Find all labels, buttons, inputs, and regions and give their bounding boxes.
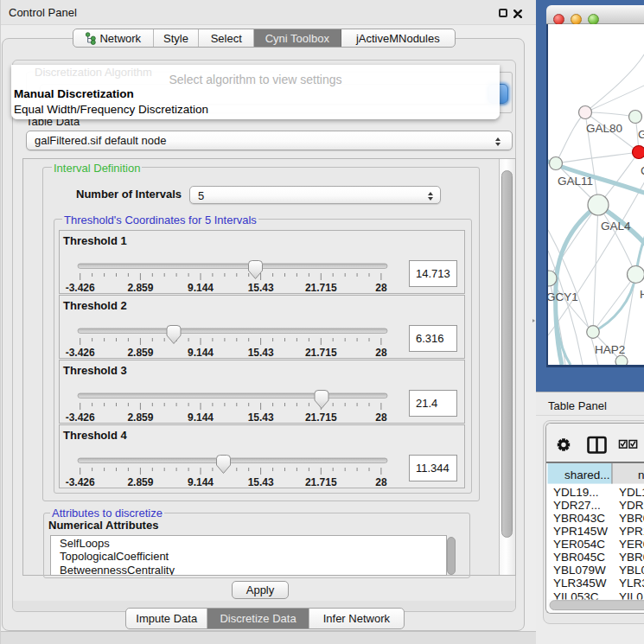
svg-text:21.715: 21.715 xyxy=(305,475,337,488)
svg-text:n: n xyxy=(638,469,644,481)
svg-text:9.144: 9.144 xyxy=(188,281,214,293)
svg-text:21.715: 21.715 xyxy=(305,411,337,423)
svg-text:2.859: 2.859 xyxy=(127,346,153,358)
svg-text:YBL0: YBL0 xyxy=(619,564,644,577)
svg-text:28: 28 xyxy=(375,281,387,293)
svg-text:YBL079W: YBL079W xyxy=(553,564,606,577)
svg-text:YER054C: YER054C xyxy=(553,538,605,551)
svg-text:28: 28 xyxy=(375,475,387,488)
svg-text:15.43: 15.43 xyxy=(248,475,274,488)
svg-text:-3.426: -3.426 xyxy=(66,411,95,423)
svg-text:9.144: 9.144 xyxy=(188,346,214,358)
svg-text:GAL: GAL xyxy=(638,128,644,141)
svg-text:GCY1: GCY1 xyxy=(548,290,578,303)
svg-text:9.144: 9.144 xyxy=(188,475,214,488)
svg-text:2.859: 2.859 xyxy=(127,475,153,488)
svg-text:YER0: YER0 xyxy=(619,538,644,551)
svg-text:C: C xyxy=(641,164,644,177)
svg-text:GAL4: GAL4 xyxy=(601,220,631,233)
svg-text:YPR145W: YPR145W xyxy=(553,525,608,538)
svg-text:YBR0: YBR0 xyxy=(619,512,644,525)
svg-text:YDR27...: YDR27... xyxy=(553,499,601,512)
svg-text:HIS: HIS xyxy=(640,288,644,301)
svg-text:YPR1: YPR1 xyxy=(619,525,644,538)
svg-text:15.43: 15.43 xyxy=(248,346,274,358)
svg-text:21.715: 21.715 xyxy=(305,346,337,358)
svg-text:YLR3: YLR3 xyxy=(619,577,644,590)
svg-text:YLR345W: YLR345W xyxy=(553,577,607,590)
svg-text:YDR2: YDR2 xyxy=(619,499,644,512)
svg-text:-3.426: -3.426 xyxy=(66,281,95,293)
svg-text:15.43: 15.43 xyxy=(248,411,274,423)
svg-text:28: 28 xyxy=(375,346,387,358)
svg-text:-3.426: -3.426 xyxy=(66,346,95,358)
svg-text:2.859: 2.859 xyxy=(127,411,153,423)
svg-text:YBR045C: YBR045C xyxy=(553,551,605,564)
svg-text:shared...: shared... xyxy=(564,469,610,481)
svg-text:GAL80: GAL80 xyxy=(586,122,622,135)
svg-text:15.43: 15.43 xyxy=(248,281,274,293)
svg-text:YBR043C: YBR043C xyxy=(553,512,605,525)
svg-text:YDL1: YDL1 xyxy=(619,486,644,499)
svg-text:HAP2: HAP2 xyxy=(595,343,625,356)
svg-text:YDL19...: YDL19... xyxy=(553,486,599,499)
svg-text:28: 28 xyxy=(375,411,387,423)
svg-text:GAL11: GAL11 xyxy=(558,175,593,188)
svg-text:9.144: 9.144 xyxy=(188,411,214,423)
svg-text:2.859: 2.859 xyxy=(127,281,153,293)
svg-text:YBR0: YBR0 xyxy=(619,551,644,564)
svg-text:-3.426: -3.426 xyxy=(66,475,95,488)
svg-text:21.715: 21.715 xyxy=(305,281,337,293)
